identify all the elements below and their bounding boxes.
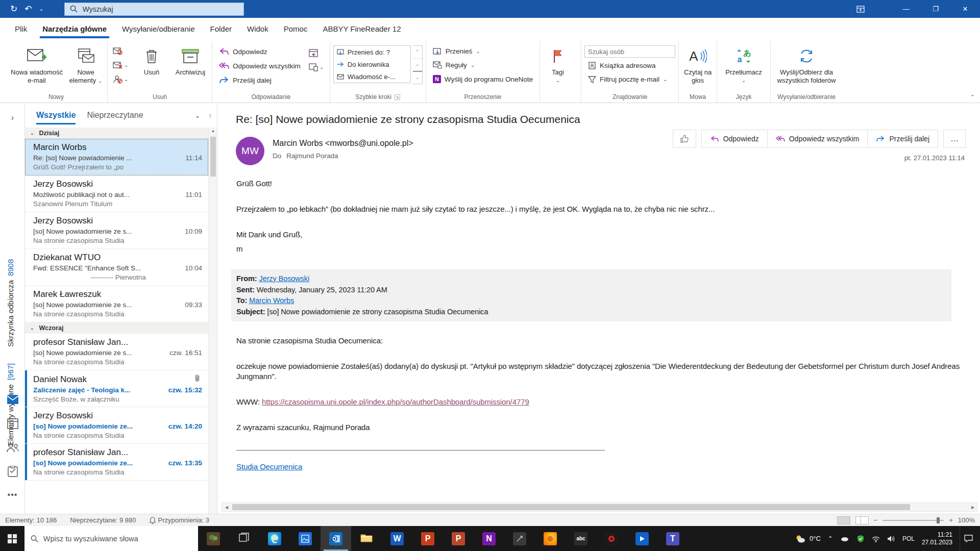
forward-button[interactable]: Prześlij dalej [215, 74, 304, 86]
onedrive-icon[interactable] [840, 535, 849, 542]
quick-step-to-manager[interactable]: Do kierownika [334, 58, 410, 70]
mail-item[interactable]: Dziekanat WTUO Fwd: ESSENCE "Enhance Sof… [25, 249, 208, 286]
reading-view-button[interactable] [837, 516, 850, 524]
scroll-right-icon[interactable]: ▶ [968, 505, 977, 510]
action-center-button[interactable] [960, 526, 977, 551]
start-button[interactable] [0, 526, 24, 551]
pinned-app-dark[interactable] [504, 526, 535, 551]
quick-step-move-to[interactable]: Przenieś do: ? [334, 46, 410, 58]
forward-button[interactable]: Prześlij dalej [867, 130, 938, 148]
pinned-app-bonsai[interactable] [198, 526, 229, 551]
quote-to-link[interactable]: Marcin Worbs [249, 296, 294, 305]
taskbar-search-input[interactable] [43, 535, 192, 543]
more-modules-icon[interactable]: ••• [8, 490, 18, 499]
mail-item[interactable]: Jerzy Bosowski [so] Nowe powiadomienie z… [25, 212, 208, 249]
send-receive-icon[interactable]: ↻ [10, 4, 17, 14]
more-respond-button[interactable]: ⌄ [306, 61, 327, 73]
more-actions-button[interactable]: … [943, 130, 966, 148]
zoom-in-icon[interactable]: + [949, 516, 953, 524]
meeting-reply-button[interactable] [306, 46, 327, 59]
mail-item[interactable]: Jerzy Bosowski [so] Nowe powiadomienie z… [25, 407, 208, 444]
ribbon-display-options-icon[interactable] [850, 0, 871, 18]
reply-button[interactable]: Odpowiedz [701, 130, 767, 148]
rules-button[interactable]: Reguły ⌄ [429, 59, 536, 71]
undo-icon[interactable]: ↶ [24, 4, 32, 14]
pinned-app-photos[interactable] [290, 526, 321, 551]
restore-button[interactable]: ❐ [921, 0, 950, 18]
ignore-button[interactable] [111, 44, 131, 57]
reply-all-button[interactable]: Odpowiedz wszystkim [215, 60, 304, 72]
pinned-app-firefox[interactable] [535, 526, 566, 551]
pinned-app-movies[interactable] [627, 526, 657, 551]
zoom-slider-thumb[interactable] [937, 517, 940, 523]
pinned-app-explorer[interactable] [351, 526, 382, 551]
filter-email-button[interactable]: Filtruj pocztę e-mail ⌄ [584, 73, 675, 85]
address-book-button[interactable]: Książka adresowa [584, 60, 675, 71]
tab-plik[interactable]: Plik [7, 18, 35, 39]
pinned-app-teams[interactable]: T [657, 526, 688, 551]
list-filter-chevron-icon[interactable]: ⌄ [195, 112, 201, 119]
sort-order-icon[interactable]: ↑ [209, 112, 212, 119]
volume-icon[interactable] [887, 535, 895, 542]
zoom-slider[interactable] [883, 520, 944, 521]
like-button[interactable] [673, 130, 696, 148]
signature-link[interactable]: Studia Oecumenica [236, 462, 302, 471]
quick-steps-more[interactable]: ⌄ [413, 71, 422, 84]
tab-pomoc[interactable]: Pomoc [276, 18, 315, 39]
list-tab-unread[interactable]: Nieprzeczytane [87, 111, 143, 120]
pinned-app-publisher[interactable]: P [443, 526, 474, 551]
from-link[interactable]: Jerzy Bosowski [259, 274, 310, 283]
mail-item[interactable]: Marcin Worbs Re: [so] Nowe powiadomienie… [25, 139, 208, 176]
people-module-icon[interactable] [6, 442, 19, 453]
scrollbar-thumb[interactable] [210, 137, 216, 177]
expand-folder-pane-icon[interactable]: › [0, 113, 25, 122]
send-receive-all-button[interactable]: Wyślij/Odbierz dla wszystkich folderów [774, 41, 839, 88]
block-sender-button[interactable]: ⌄ [111, 73, 131, 86]
task-view-button[interactable] [229, 526, 259, 551]
reply-button[interactable]: Odpowiedz [215, 45, 304, 58]
scroll-left-icon[interactable]: ◀ [222, 505, 231, 510]
rail-inbox[interactable]: Skrzynka odbiorcza8908 [6, 259, 15, 347]
mail-item[interactable]: Daniel Nowak Zaliczenie zajęć - Teologia… [25, 370, 208, 407]
scroll-up-icon[interactable]: ▲ [209, 129, 217, 133]
tags-button[interactable]: Tagi ⌄ [543, 41, 573, 88]
split-view-button[interactable] [855, 516, 869, 524]
onenote-button[interactable]: N Wyślij do programu OneNote [429, 73, 536, 85]
pinned-app-powerpoint[interactable]: P [412, 526, 443, 551]
titlebar-search[interactable] [64, 3, 244, 16]
list-tab-all[interactable]: Wszystkie [36, 111, 76, 120]
junk-button[interactable]: ⌄ [111, 59, 131, 71]
quick-step-email[interactable]: Wiadomość e-... [334, 70, 410, 83]
tab-wysylanie-odbieranie[interactable]: Wysyłanie/odbieranie [114, 18, 202, 39]
quick-steps-scroll-down[interactable]: ⌄ [413, 59, 422, 71]
weather-widget[interactable]: 0°C [795, 534, 821, 543]
list-group-header[interactable]: ⌄ Dzisiaj [25, 128, 208, 139]
pinned-app-red[interactable] [596, 526, 627, 551]
search-input[interactable] [83, 5, 238, 13]
read-aloud-button[interactable]: A Czytaj na głos [682, 41, 714, 88]
move-button[interactable]: Przenieś ⌄ [429, 45, 536, 57]
pinned-app-word[interactable]: W [382, 526, 412, 551]
scrollbar-thumb[interactable] [232, 504, 910, 510]
language-indicator[interactable]: POL [902, 535, 915, 542]
archive-button[interactable]: Archiwizuj [172, 41, 209, 88]
taskbar-search[interactable] [24, 526, 198, 551]
submission-link[interactable]: https://czasopisma.uni.opole.pl/index.ph… [262, 397, 529, 406]
quick-steps-scroll-up[interactable]: ⌃ [413, 46, 422, 59]
pinned-app-edge[interactable] [259, 526, 290, 551]
tab-narzedzia-glowne[interactable]: Narzędzia główne [35, 18, 114, 39]
tab-widok[interactable]: Widok [239, 18, 276, 39]
tray-expand-icon[interactable]: ⌃ [828, 535, 833, 542]
calendar-module-icon[interactable]: 4 [7, 418, 18, 429]
mail-item[interactable]: Marek Ławreszuk [so] Nowe powiadomienie … [25, 286, 208, 322]
translate-button[interactable]: あa Przetłumacz ⌄ [720, 41, 767, 88]
zoom-out-icon[interactable]: − [874, 516, 878, 524]
mail-item[interactable]: profesor Stanisław Jan... [so] Nowe powi… [25, 334, 208, 370]
mail-module-icon[interactable] [7, 394, 19, 405]
tab-abbyy[interactable]: ABBYY FineReader 12 [315, 18, 408, 39]
new-items-button[interactable]: Nowe elementy ⌄ [67, 41, 104, 88]
search-people-input[interactable] [584, 45, 675, 58]
minimize-button[interactable]: — [891, 0, 921, 18]
to-recipient[interactable]: Rajmund Porada [286, 152, 338, 160]
clock[interactable]: 11:21 27.01.2023 [922, 531, 952, 546]
